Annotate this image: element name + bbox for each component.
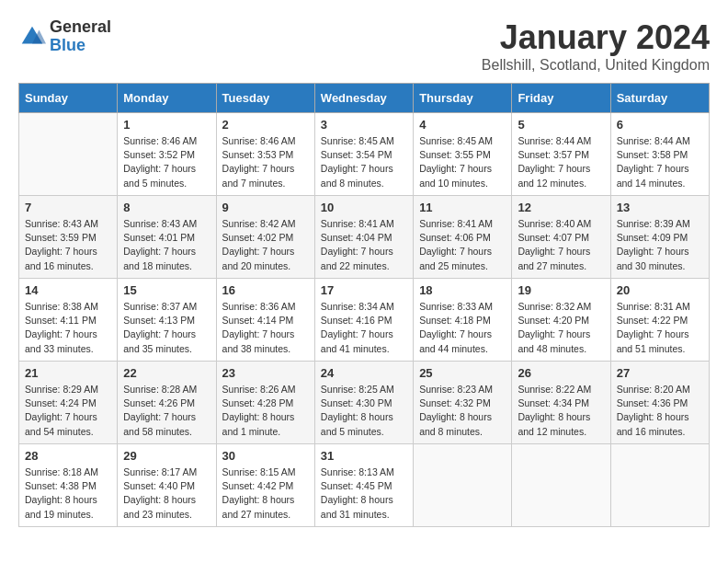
day-info: Sunrise: 8:26 AMSunset: 4:28 PMDaylight:… — [222, 384, 296, 437]
logo-general: General — [50, 18, 111, 37]
day-cell — [19, 113, 118, 196]
day-number: 6 — [617, 118, 703, 132]
day-cell: 25Sunrise: 8:23 AMSunset: 4:32 PMDayligh… — [414, 362, 512, 444]
day-number: 20 — [617, 283, 703, 297]
day-info: Sunrise: 8:15 AMSunset: 4:42 PMDaylight:… — [222, 466, 296, 520]
day-cell — [512, 444, 610, 527]
day-number: 25 — [419, 366, 506, 380]
day-number: 8 — [123, 201, 210, 214]
day-cell — [610, 444, 709, 527]
day-number: 30 — [222, 449, 309, 463]
day-info: Sunrise: 8:45 AMSunset: 3:54 PMDaylight:… — [321, 135, 394, 189]
day-info: Sunrise: 8:34 AMSunset: 4:16 PMDaylight:… — [321, 301, 394, 354]
col-thursday: Thursday — [414, 84, 512, 113]
day-number: 24 — [321, 366, 407, 380]
day-number: 21 — [25, 366, 111, 380]
header-row: Sunday Monday Tuesday Wednesday Thursday… — [19, 84, 710, 113]
day-number: 12 — [518, 201, 604, 214]
day-number: 28 — [25, 449, 111, 463]
day-info: Sunrise: 8:44 AMSunset: 3:58 PMDaylight:… — [617, 135, 690, 189]
day-cell: 11Sunrise: 8:41 AMSunset: 4:06 PMDayligh… — [414, 196, 512, 279]
day-cell: 1Sunrise: 8:46 AMSunset: 3:52 PMDaylight… — [118, 113, 216, 196]
day-info: Sunrise: 8:46 AMSunset: 3:53 PMDaylight:… — [222, 135, 296, 189]
logo-icon — [18, 23, 46, 51]
day-cell: 6Sunrise: 8:44 AMSunset: 3:58 PMDaylight… — [610, 113, 709, 196]
day-cell: 29Sunrise: 8:17 AMSunset: 4:40 PMDayligh… — [118, 444, 216, 527]
day-cell: 19Sunrise: 8:32 AMSunset: 4:20 PMDayligh… — [512, 279, 610, 362]
day-number: 14 — [25, 283, 111, 297]
day-number: 2 — [222, 118, 309, 132]
day-cell: 15Sunrise: 8:37 AMSunset: 4:13 PMDayligh… — [118, 279, 216, 362]
col-saturday: Saturday — [610, 84, 709, 113]
day-info: Sunrise: 8:41 AMSunset: 4:04 PMDaylight:… — [321, 218, 394, 271]
day-info: Sunrise: 8:23 AMSunset: 4:32 PMDaylight:… — [419, 384, 493, 437]
day-cell: 20Sunrise: 8:31 AMSunset: 4:22 PMDayligh… — [610, 279, 709, 362]
week-row-1: 1Sunrise: 8:46 AMSunset: 3:52 PMDaylight… — [19, 113, 710, 196]
day-number: 16 — [222, 283, 309, 297]
day-number: 17 — [321, 283, 407, 297]
day-number: 3 — [321, 118, 407, 132]
day-cell: 10Sunrise: 8:41 AMSunset: 4:04 PMDayligh… — [314, 196, 413, 279]
logo-text: General Blue — [50, 18, 111, 55]
day-cell: 26Sunrise: 8:22 AMSunset: 4:34 PMDayligh… — [512, 362, 610, 444]
week-row-3: 14Sunrise: 8:38 AMSunset: 4:11 PMDayligh… — [19, 279, 710, 362]
day-number: 23 — [222, 366, 309, 380]
day-number: 1 — [123, 118, 210, 132]
day-info: Sunrise: 8:38 AMSunset: 4:11 PMDaylight:… — [25, 301, 98, 354]
day-info: Sunrise: 8:42 AMSunset: 4:02 PMDaylight:… — [222, 218, 296, 271]
day-cell: 28Sunrise: 8:18 AMSunset: 4:38 PMDayligh… — [19, 444, 118, 527]
page-header: General Blue January 2024 Bellshill, Sco… — [18, 18, 710, 74]
day-cell: 18Sunrise: 8:33 AMSunset: 4:18 PMDayligh… — [414, 279, 512, 362]
day-cell: 24Sunrise: 8:25 AMSunset: 4:30 PMDayligh… — [314, 362, 413, 444]
col-monday: Monday — [118, 84, 216, 113]
day-cell: 16Sunrise: 8:36 AMSunset: 4:14 PMDayligh… — [216, 279, 314, 362]
day-number: 5 — [518, 118, 604, 132]
day-info: Sunrise: 8:22 AMSunset: 4:34 PMDaylight:… — [518, 384, 591, 437]
week-row-5: 28Sunrise: 8:18 AMSunset: 4:38 PMDayligh… — [19, 444, 710, 527]
day-info: Sunrise: 8:33 AMSunset: 4:18 PMDaylight:… — [419, 301, 493, 354]
day-number: 13 — [617, 201, 703, 214]
col-tuesday: Tuesday — [216, 84, 314, 113]
day-cell: 12Sunrise: 8:40 AMSunset: 4:07 PMDayligh… — [512, 196, 610, 279]
day-info: Sunrise: 8:31 AMSunset: 4:22 PMDaylight:… — [617, 301, 690, 354]
day-info: Sunrise: 8:20 AMSunset: 4:36 PMDaylight:… — [617, 384, 690, 437]
col-friday: Friday — [512, 84, 610, 113]
day-number: 22 — [123, 366, 210, 380]
title-block: January 2024 Bellshill, Scotland, United… — [482, 18, 710, 74]
day-info: Sunrise: 8:46 AMSunset: 3:52 PMDaylight:… — [123, 135, 197, 189]
day-info: Sunrise: 8:44 AMSunset: 3:57 PMDaylight:… — [518, 135, 591, 189]
col-wednesday: Wednesday — [314, 84, 413, 113]
day-number: 19 — [518, 283, 604, 297]
day-number: 26 — [518, 366, 604, 380]
day-number: 7 — [25, 201, 111, 214]
day-number: 10 — [321, 201, 407, 214]
day-number: 27 — [617, 366, 703, 380]
day-cell — [414, 444, 512, 527]
day-info: Sunrise: 8:13 AMSunset: 4:45 PMDaylight:… — [321, 466, 394, 520]
month-title: January 2024 — [482, 18, 710, 57]
day-info: Sunrise: 8:45 AMSunset: 3:55 PMDaylight:… — [419, 135, 493, 189]
calendar-table: Sunday Monday Tuesday Wednesday Thursday… — [18, 83, 710, 527]
day-cell: 31Sunrise: 8:13 AMSunset: 4:45 PMDayligh… — [314, 444, 413, 527]
day-info: Sunrise: 8:18 AMSunset: 4:38 PMDaylight:… — [25, 466, 98, 520]
day-cell: 14Sunrise: 8:38 AMSunset: 4:11 PMDayligh… — [19, 279, 118, 362]
day-info: Sunrise: 8:37 AMSunset: 4:13 PMDaylight:… — [123, 301, 197, 354]
day-number: 4 — [419, 118, 506, 132]
day-cell: 5Sunrise: 8:44 AMSunset: 3:57 PMDaylight… — [512, 113, 610, 196]
day-number: 11 — [419, 201, 506, 214]
day-cell: 21Sunrise: 8:29 AMSunset: 4:24 PMDayligh… — [19, 362, 118, 444]
day-number: 29 — [123, 449, 210, 463]
day-cell: 4Sunrise: 8:45 AMSunset: 3:55 PMDaylight… — [414, 113, 512, 196]
day-info: Sunrise: 8:43 AMSunset: 4:01 PMDaylight:… — [123, 218, 197, 271]
day-cell: 30Sunrise: 8:15 AMSunset: 4:42 PMDayligh… — [216, 444, 314, 527]
col-sunday: Sunday — [19, 84, 118, 113]
day-info: Sunrise: 8:29 AMSunset: 4:24 PMDaylight:… — [25, 384, 98, 437]
logo: General Blue — [18, 18, 111, 55]
week-row-2: 7Sunrise: 8:43 AMSunset: 3:59 PMDaylight… — [19, 196, 710, 279]
day-cell: 23Sunrise: 8:26 AMSunset: 4:28 PMDayligh… — [216, 362, 314, 444]
day-info: Sunrise: 8:39 AMSunset: 4:09 PMDaylight:… — [617, 218, 690, 271]
day-info: Sunrise: 8:28 AMSunset: 4:26 PMDaylight:… — [123, 384, 197, 437]
day-info: Sunrise: 8:25 AMSunset: 4:30 PMDaylight:… — [321, 384, 394, 437]
day-number: 31 — [321, 449, 407, 463]
logo-blue: Blue — [50, 37, 111, 55]
